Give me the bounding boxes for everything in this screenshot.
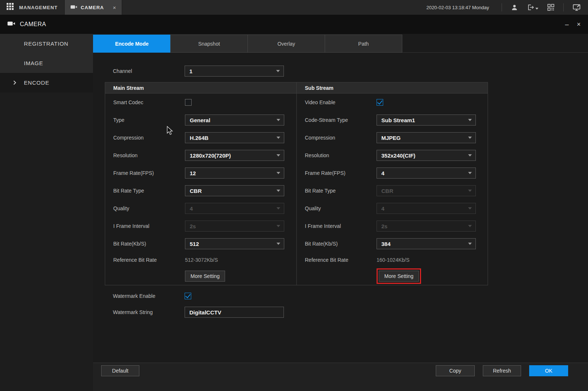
sub-reference-bit-rate-row: Reference Bit Rate 160-1024Kb/S [297, 253, 488, 267]
chevron-down-icon [277, 243, 280, 245]
channel-row: Channel 1 [93, 63, 588, 80]
tab-path[interactable]: Path [325, 35, 402, 53]
tab-overlay[interactable]: Overlay [247, 35, 325, 53]
sub-more-setting-button[interactable]: More Setting [379, 271, 419, 282]
tab-snapshot[interactable]: Snapshot [170, 35, 248, 53]
sub-quality-label: Quality [305, 205, 377, 211]
chevron-down-icon [468, 207, 472, 209]
video-enable-label: Video Enable [305, 99, 377, 105]
sub-bit-rate-type-row: Bit Rate Type CBR [297, 182, 488, 200]
apps-grid-icon[interactable] [7, 3, 14, 12]
sub-stream-header: Sub Stream [297, 82, 488, 94]
sub-frame-rate-select[interactable]: 4 [377, 168, 476, 179]
frame-rate-select[interactable]: 12 [185, 168, 284, 179]
chevron-down-icon [276, 70, 280, 72]
chevron-down-icon [277, 225, 280, 227]
code-stream-type-select[interactable]: Sub Stream1 [377, 115, 476, 126]
sub-resolution-row: Resolution 352x240(CIF) [297, 147, 488, 164]
chevron-down-icon [277, 119, 280, 121]
main-more-setting-button[interactable]: More Setting [185, 271, 225, 282]
sub-bit-rate-type-select: CBR [377, 185, 476, 196]
bit-rate-label: Bit Rate(Kb/S) [113, 241, 185, 247]
sub-i-frame-interval-value: 2s [381, 223, 388, 229]
watermark-string-label: Watermark String [113, 309, 185, 315]
channel-select[interactable]: 1 [185, 66, 284, 77]
sub-quality-row: Quality 4 [297, 200, 488, 217]
streams-panel: Main Stream Smart Codec Type General Com… [105, 82, 488, 285]
reference-bit-rate-label: Reference Bit Rate [113, 257, 185, 263]
chevron-down-icon [468, 243, 472, 245]
sidebar-item-image[interactable]: IMAGE [0, 53, 93, 73]
main-content: Encode Mode Snapshot Overlay Path Channe… [93, 34, 588, 391]
refresh-button[interactable]: Refresh [483, 365, 521, 376]
code-stream-type-value: Sub Stream1 [381, 117, 415, 123]
quality-label: Quality [113, 205, 185, 211]
smart-codec-label: Smart Codec [113, 99, 185, 105]
sub-stream-column: Sub Stream Video Enable Code-Stream Type… [296, 82, 488, 285]
watermark-enable-row: Watermark Enable [93, 288, 588, 304]
sidebar-item-registration[interactable]: REGISTRATION [0, 34, 93, 53]
sub-frame-rate-label: Frame Rate(FPS) [305, 170, 377, 176]
chevron-down-icon [468, 172, 472, 174]
close-tab-icon[interactable]: × [113, 4, 116, 11]
sub-compression-row: Compression MJPEG [297, 129, 488, 147]
compression-select[interactable]: H.264B [185, 132, 284, 143]
channel-label: Channel [113, 68, 185, 74]
sidebar-item-encode[interactable]: ENCODE [0, 73, 93, 92]
quality-row: Quality 4 [105, 200, 296, 217]
resolution-select[interactable]: 1280x720(720P) [185, 150, 284, 161]
minimize-icon[interactable]: – [565, 21, 569, 28]
copy-button[interactable]: Copy [436, 365, 475, 376]
channel-value: 1 [189, 68, 192, 74]
logout-icon[interactable] [527, 4, 538, 11]
quality-select: 4 [185, 203, 284, 214]
sub-reference-bit-rate-label: Reference Bit Rate [305, 257, 377, 263]
type-select[interactable]: General [185, 115, 284, 126]
chevron-down-icon [535, 8, 538, 10]
i-frame-interval-select: 2s [185, 221, 284, 232]
sub-compression-label: Compression [305, 135, 377, 141]
red-highlight-annotation: More Setting [377, 268, 421, 284]
management-label[interactable]: MANAGEMENT [19, 5, 58, 10]
camera-tab[interactable]: CAMERA × [64, 0, 122, 15]
video-enable-checkbox[interactable] [377, 99, 383, 106]
sidebar: REGISTRATION IMAGE ENCODE [0, 34, 93, 391]
chevron-down-icon [277, 137, 280, 139]
sub-compression-select[interactable]: MJPEG [377, 132, 476, 143]
type-label: Type [113, 117, 185, 123]
close-icon[interactable]: × [577, 21, 581, 28]
tab-encode-mode[interactable]: Encode Mode [93, 35, 171, 53]
user-icon[interactable] [511, 4, 518, 11]
sub-resolution-select[interactable]: 352x240(CIF) [377, 150, 476, 161]
bit-rate-type-row: Bit Rate Type CBR [105, 182, 296, 200]
video-enable-row: Video Enable [297, 94, 488, 111]
qr-code-icon[interactable] [547, 4, 555, 11]
sub-bit-rate-row: Bit Rate(Kb/S) 384 [297, 235, 488, 253]
window-title-bar: CAMERA – × [0, 15, 588, 34]
bit-rate-type-label: Bit Rate Type [113, 188, 185, 194]
compression-row: Compression H.264B [105, 129, 296, 147]
bit-rate-select[interactable]: 512 [185, 238, 284, 249]
bit-rate-type-select[interactable]: CBR [185, 185, 284, 196]
chevron-down-icon [468, 119, 472, 121]
frame-rate-value: 12 [190, 170, 196, 176]
divider [502, 3, 502, 11]
footer-bar: Default Copy Refresh OK [93, 363, 588, 391]
camera-icon [7, 21, 15, 28]
smart-codec-checkbox[interactable] [185, 99, 192, 106]
default-button[interactable]: Default [101, 365, 139, 376]
sub-quality-select: 4 [377, 203, 476, 214]
reference-bit-rate-value: 512-3072Kb/S [185, 257, 218, 263]
watermark-enable-checkbox[interactable] [185, 293, 191, 299]
resolution-label: Resolution [113, 152, 185, 158]
frame-rate-label: Frame Rate(FPS) [113, 170, 185, 176]
system-top-bar: MANAGEMENT CAMERA × 2020-02-03 13:18:47 … [0, 0, 588, 15]
ok-button[interactable]: OK [529, 365, 568, 376]
type-value: General [190, 117, 210, 123]
display-settings-icon[interactable] [573, 4, 581, 11]
sub-bit-rate-select[interactable]: 384 [377, 238, 476, 249]
watermark-string-input[interactable] [185, 307, 284, 318]
bit-rate-type-value: CBR [190, 188, 202, 194]
compression-value: H.264B [190, 135, 209, 141]
code-stream-type-row: Code-Stream Type Sub Stream1 [297, 111, 488, 129]
